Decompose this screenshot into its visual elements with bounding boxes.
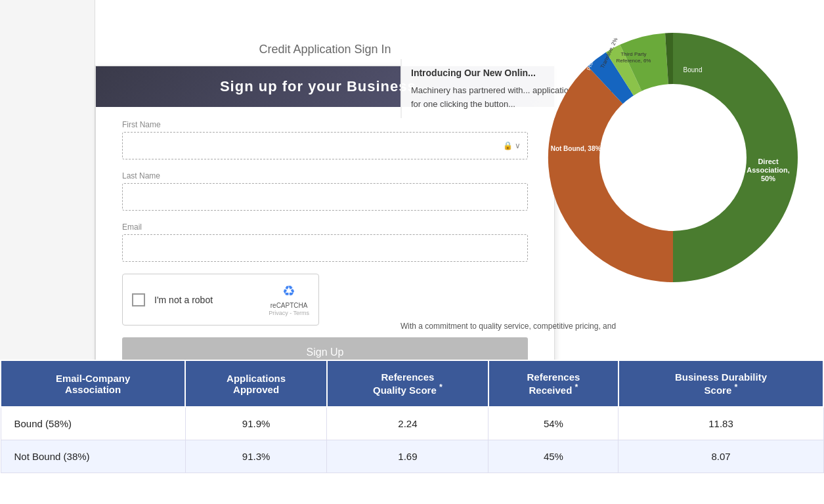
- cell-approved-2: 91.3%: [185, 440, 327, 473]
- cell-approved-1: 91.9%: [185, 407, 327, 440]
- label-third-party: Third Party: [620, 51, 646, 57]
- captcha-checkbox[interactable]: [132, 293, 145, 306]
- table-row: Bound (58%) 91.9% 2.24 54% 11.83: [1, 407, 823, 440]
- cell-association-2: Not Bound (38%): [1, 440, 185, 473]
- cell-received-2: 45%: [488, 440, 618, 473]
- captcha-logo: ♻ reCAPTCHA Privacy - Terms: [269, 282, 309, 317]
- captcha-label: I'm not a robot: [154, 295, 262, 305]
- label-not-bound: Not Bound, 38%: [551, 145, 601, 152]
- email-group: Email: [122, 222, 528, 262]
- label-direct-association-3: 50%: [761, 175, 775, 182]
- last-name-label: Last Name: [122, 171, 528, 180]
- label-direct-association-2: Association,: [747, 166, 789, 174]
- top-section: Credit Application Sign In Sign up for y…: [0, 0, 824, 360]
- first-name-group: First Name 🔒 ∨: [122, 120, 528, 159]
- label-bound: Bound: [683, 66, 703, 74]
- email-input[interactable]: [122, 234, 528, 262]
- cell-durability-2: 8.07: [618, 440, 823, 473]
- recaptcha-icon: ♻: [269, 282, 309, 301]
- table-row: Not Bound (38%) 91.3% 1.69 45% 8.07: [1, 440, 823, 473]
- label-direct-association: Direct: [758, 158, 779, 165]
- sidebar-strip: [0, 0, 95, 360]
- last-name-input[interactable]: [122, 183, 528, 211]
- donut-chart-svg: Direct Association, 50% Not Bound, 38% P…: [535, 7, 811, 335]
- first-name-input[interactable]: 🔒 ∨: [122, 132, 528, 159]
- table-section: Email-CompanyAssociation ApplicationsApp…: [0, 360, 824, 504]
- cell-received-1: 54%: [488, 407, 618, 440]
- col-header-durability: Business DurabilityScore *: [618, 360, 823, 407]
- col-header-received: ReferencesReceived *: [488, 360, 618, 407]
- donut-chart-area: Direct Association, 50% Not Bound, 38% P…: [535, 7, 811, 348]
- col-header-approved: ApplicationsApproved: [185, 360, 327, 407]
- cell-quality-1: 2.24: [327, 407, 488, 440]
- label-third-party-2: Reference, 6%: [617, 58, 651, 64]
- col-header-association: Email-CompanyAssociation: [1, 360, 185, 407]
- table-header-row: Email-CompanyAssociation ApplicationsApp…: [1, 360, 823, 407]
- cell-quality-2: 1.69: [327, 440, 488, 473]
- lock-icon: 🔒 ∨: [503, 141, 521, 150]
- col-header-quality: ReferencesQuality Score *: [327, 360, 488, 407]
- cell-association-1: Bound (58%): [1, 407, 185, 440]
- email-label: Email: [122, 222, 528, 232]
- donut-inner: [599, 84, 747, 231]
- captcha-row[interactable]: I'm not a robot ♻ reCAPTCHA Privacy - Te…: [122, 274, 319, 326]
- first-name-label: First Name: [122, 120, 528, 129]
- page-title: Credit Application Sign In: [259, 43, 391, 56]
- data-table: Email-CompanyAssociation ApplicationsApp…: [0, 360, 824, 473]
- last-name-group: Last Name: [122, 171, 528, 211]
- cell-durability-1: 11.83: [618, 407, 823, 440]
